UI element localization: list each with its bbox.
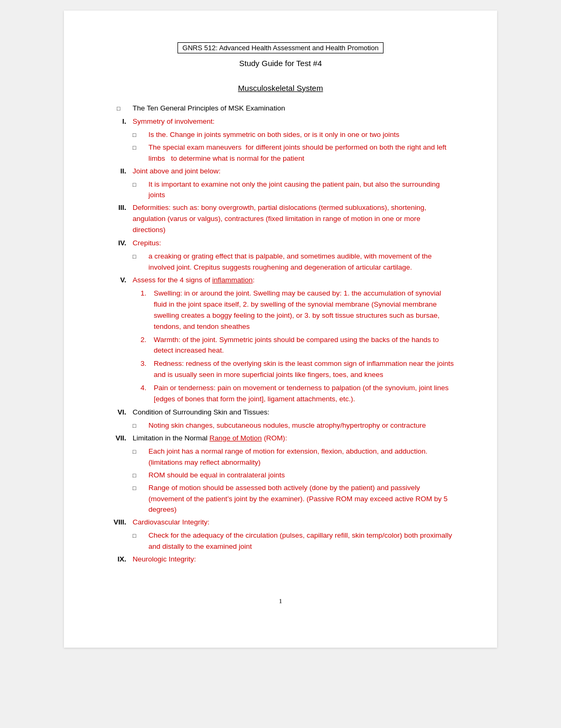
roman-num-v: V. <box>106 275 133 286</box>
text-v-1: Swelling: in or around the joint. Swelli… <box>154 288 455 333</box>
bullet-text-ii-1: It is important to examine not only the … <box>148 179 455 201</box>
bullet-text-vi-1: Noting skin changes, subcutaneous nodule… <box>148 420 455 431</box>
bullet-vi-1: □ Noting skin changes, subcutaneous nodu… <box>106 420 455 431</box>
roman-item-iv: IV. Crepitus: <box>106 238 455 249</box>
num-v-1: 1. <box>141 288 154 333</box>
bullet-sym: □ <box>133 420 148 431</box>
bullet-sym: □ <box>133 179 148 201</box>
roman-item-ii: II. Joint above and joint below: <box>106 166 455 177</box>
roman-num-viii: VIII. <box>106 517 133 528</box>
roman-text-v-red: Assess for the 4 signs of <box>133 276 212 284</box>
roman-text-ii: Joint above and joint below: <box>133 166 455 177</box>
numbered-v-3: 3. Redness: redness of the overlying ski… <box>106 358 455 381</box>
roman-text-vii-red: Range of Motion <box>210 434 262 442</box>
roman-text-iv: Crepitus: <box>133 238 455 249</box>
bullet-text-iv-1: a creaking or grating effect that is pal… <box>148 251 455 273</box>
page: GNRS 512: Advanced Health Assessment and… <box>64 11 497 648</box>
roman-num-ii: II. <box>106 166 133 177</box>
bullet-text-viii-1: Check for the adequacy of the circulatio… <box>148 530 455 552</box>
numbered-v-2: 2. Warmth: of the joint. Symmetric joint… <box>106 335 455 357</box>
bullet-sym: □ <box>133 483 148 516</box>
bullet-text-vii-3: Range of motion should be assessed both … <box>148 483 455 516</box>
bullet-sym: □ <box>133 130 148 141</box>
bullet-vii-3: □ Range of motion should be assessed bot… <box>106 483 455 516</box>
main-content: □ The Ten General Principles of MSK Exam… <box>106 103 455 565</box>
roman-item-viii: VIII. Cardiovascular Integrity: <box>106 517 455 528</box>
study-guide-title: Study Guide for Test #4 <box>106 59 455 68</box>
roman-item-iii: III. Deformities: such as: bony overgrow… <box>106 202 455 236</box>
roman-text-iii: Deformities: such as: bony overgrowth, p… <box>133 202 455 236</box>
num-v-3: 3. <box>141 358 154 381</box>
top-bullet-text: The Ten General Principles of MSK Examin… <box>133 103 455 114</box>
roman-item-v: V. Assess for the 4 signs of inflammatio… <box>106 275 455 286</box>
bullet-vii-1: □ Each joint has a normal range of motio… <box>106 446 455 468</box>
roman-num-i: I. <box>106 116 133 127</box>
section-title: Musculoskeletal System <box>106 84 455 93</box>
roman-num-vii: VII. <box>106 433 133 444</box>
roman-text-v-underline: inflammation <box>212 276 253 284</box>
roman-text-vi: Condition of Surrounding Skin and Tissue… <box>133 407 455 418</box>
roman-text-vii-black: Limitation in the Normal <box>133 434 210 442</box>
roman-text-vii: Limitation in the Normal Range of Motion… <box>133 433 455 444</box>
numbered-v-4: 4. Pain or tenderness: pain on movement … <box>106 383 455 405</box>
roman-num-ix: IX. <box>106 554 133 565</box>
bullet-sym: □ <box>133 530 148 552</box>
bullet-iv-1: □ a creaking or grating effect that is p… <box>106 251 455 273</box>
roman-text-ix: Neurologic Integrity: <box>133 554 455 565</box>
bullet-i-1: □ Is the. Change in joints symmetric on … <box>106 130 455 141</box>
top-bullet-item: □ The Ten General Principles of MSK Exam… <box>106 103 455 114</box>
text-v-2: Warmth: of the joint. Symmetric joints s… <box>154 335 455 357</box>
roman-text-i: Symmetry of involvement: <box>133 116 455 127</box>
bullet-viii-1: □ Check for the adequacy of the circulat… <box>106 530 455 552</box>
roman-text-v-colon: : <box>253 276 255 284</box>
roman-item-vii: VII. Limitation in the Normal Range of M… <box>106 433 455 444</box>
roman-num-vi: VI. <box>106 407 133 418</box>
bullet-sym: □ <box>133 142 148 164</box>
numbered-v-1: 1. Swelling: in or around the joint. Swe… <box>106 288 455 333</box>
bullet-vii-2: □ ROM should be equal in contralateral j… <box>106 470 455 481</box>
roman-item-vi: VI. Condition of Surrounding Skin and Ti… <box>106 407 455 418</box>
roman-num-iii: III. <box>106 202 133 236</box>
roman-item-i: I. Symmetry of involvement: <box>106 116 455 127</box>
bullet-sym: □ <box>133 251 148 273</box>
bullet-text-vii-2: ROM should be equal in contralateral joi… <box>148 470 455 481</box>
roman-text-viii: Cardiovascular Integrity: <box>133 517 455 528</box>
num-v-4: 4. <box>141 383 154 405</box>
roman-item-ix: IX. Neurologic Integrity: <box>106 554 455 565</box>
course-title: GNRS 512: Advanced Health Assessment and… <box>177 42 383 53</box>
bullet-sym: □ <box>133 446 148 468</box>
bullet-symbol: □ <box>117 103 133 114</box>
bullet-text-i-2: The special exam maneuvers for different… <box>148 142 455 164</box>
roman-text-vii-rom: (ROM): <box>262 434 287 442</box>
roman-text-v: Assess for the 4 signs of inflammation: <box>133 275 455 286</box>
bullet-text-i-1: Is the. Change in joints symmetric on bo… <box>148 130 455 141</box>
text-v-4: Pain or tenderness: pain on movement or … <box>154 383 455 405</box>
bullet-sym: □ <box>133 470 148 481</box>
bullet-ii-1: □ It is important to examine not only th… <box>106 179 455 201</box>
bullet-text-vii-1: Each joint has a normal range of motion … <box>148 446 455 468</box>
roman-num-iv: IV. <box>106 238 133 249</box>
num-v-2: 2. <box>141 335 154 357</box>
text-v-3: Redness: redness of the overlying skin i… <box>154 358 455 381</box>
bullet-i-2: □ The special exam maneuvers for differe… <box>106 142 455 164</box>
page-number: 1 <box>106 597 455 605</box>
